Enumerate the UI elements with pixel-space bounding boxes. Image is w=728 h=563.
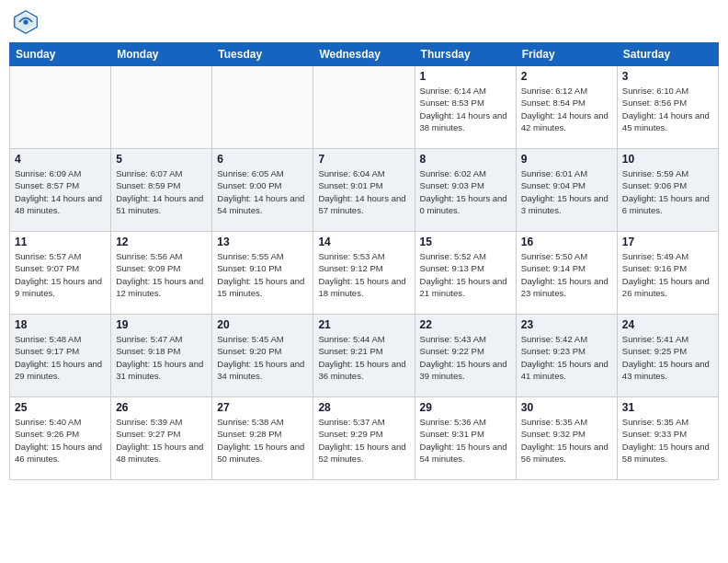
day-number: 22 [420, 318, 511, 331]
day-number: 4 [15, 153, 106, 166]
day-info: Sunrise: 5:39 AMSunset: 9:27 PMDaylight:… [116, 416, 207, 465]
calendar-day-cell: 23Sunrise: 5:42 AMSunset: 9:23 PMDayligh… [516, 315, 617, 397]
calendar-day-cell: 4Sunrise: 6:09 AMSunset: 8:57 PMDaylight… [10, 149, 111, 232]
day-info: Sunrise: 5:44 AMSunset: 9:21 PMDaylight:… [318, 333, 409, 382]
calendar-day-cell: 21Sunrise: 5:44 AMSunset: 9:21 PMDayligh… [313, 315, 415, 397]
day-number: 19 [116, 318, 207, 331]
page-header [9, 9, 719, 35]
calendar-day-cell: 7Sunrise: 6:04 AMSunset: 9:01 PMDaylight… [313, 149, 415, 232]
calendar-day-cell: 12Sunrise: 5:56 AMSunset: 9:09 PMDayligh… [111, 232, 212, 315]
calendar-week-row: 25Sunrise: 5:40 AMSunset: 9:26 PMDayligh… [10, 397, 719, 480]
calendar-header-row: SundayMondayTuesdayWednesdayThursdayFrid… [10, 43, 719, 66]
calendar-day-cell: 1Sunrise: 6:14 AMSunset: 8:53 PMDaylight… [415, 66, 516, 149]
day-info: Sunrise: 6:07 AMSunset: 8:59 PMDaylight:… [116, 167, 207, 216]
day-info: Sunrise: 5:41 AMSunset: 9:25 PMDaylight:… [622, 333, 713, 382]
calendar-day-cell: 8Sunrise: 6:02 AMSunset: 9:03 PMDaylight… [415, 149, 516, 232]
day-number: 10 [622, 153, 713, 166]
day-of-week-header: Saturday [617, 43, 718, 66]
day-of-week-header: Monday [111, 43, 212, 66]
calendar-day-cell [111, 66, 212, 149]
day-info: Sunrise: 5:47 AMSunset: 9:18 PMDaylight:… [116, 333, 207, 382]
calendar-table: SundayMondayTuesdayWednesdayThursdayFrid… [9, 42, 719, 480]
day-number: 2 [521, 70, 612, 83]
day-info: Sunrise: 5:43 AMSunset: 9:22 PMDaylight:… [420, 333, 511, 382]
day-number: 15 [420, 236, 511, 248]
calendar-day-cell: 28Sunrise: 5:37 AMSunset: 9:29 PMDayligh… [313, 397, 415, 480]
day-number: 20 [217, 318, 308, 331]
calendar-week-row: 1Sunrise: 6:14 AMSunset: 8:53 PMDaylight… [10, 66, 719, 149]
day-of-week-header: Sunday [10, 43, 111, 66]
calendar-day-cell: 30Sunrise: 5:35 AMSunset: 9:32 PMDayligh… [516, 397, 617, 480]
calendar-day-cell: 19Sunrise: 5:47 AMSunset: 9:18 PMDayligh… [111, 315, 212, 397]
calendar-day-cell: 17Sunrise: 5:49 AMSunset: 9:16 PMDayligh… [617, 232, 718, 315]
calendar-day-cell: 9Sunrise: 6:01 AMSunset: 9:04 PMDaylight… [516, 149, 617, 232]
day-info: Sunrise: 5:45 AMSunset: 9:20 PMDaylight:… [217, 333, 308, 382]
day-number: 28 [318, 401, 409, 414]
calendar-day-cell: 25Sunrise: 5:40 AMSunset: 9:26 PMDayligh… [10, 397, 111, 480]
calendar-week-row: 18Sunrise: 5:48 AMSunset: 9:17 PMDayligh… [10, 315, 719, 397]
day-number: 17 [622, 236, 713, 248]
day-number: 8 [420, 153, 511, 166]
calendar-day-cell: 31Sunrise: 5:35 AMSunset: 9:33 PMDayligh… [617, 397, 718, 480]
day-info: Sunrise: 5:59 AMSunset: 9:06 PMDaylight:… [622, 167, 713, 216]
day-info: Sunrise: 6:04 AMSunset: 9:01 PMDaylight:… [318, 167, 409, 216]
calendar-day-cell: 11Sunrise: 5:57 AMSunset: 9:07 PMDayligh… [10, 232, 111, 315]
day-info: Sunrise: 5:37 AMSunset: 9:29 PMDaylight:… [318, 416, 409, 465]
day-info: Sunrise: 6:12 AMSunset: 8:54 PMDaylight:… [521, 85, 612, 133]
day-number: 12 [116, 236, 207, 248]
day-info: Sunrise: 6:09 AMSunset: 8:57 PMDaylight:… [15, 167, 106, 216]
svg-point-2 [23, 19, 28, 24]
day-number: 3 [622, 70, 713, 83]
day-number: 27 [217, 401, 308, 414]
day-info: Sunrise: 6:01 AMSunset: 9:04 PMDaylight:… [521, 167, 612, 216]
day-info: Sunrise: 5:40 AMSunset: 9:26 PMDaylight:… [15, 416, 106, 465]
calendar-day-cell: 16Sunrise: 5:50 AMSunset: 9:14 PMDayligh… [516, 232, 617, 315]
day-number: 9 [521, 153, 612, 166]
logo [13, 9, 42, 35]
day-number: 25 [15, 401, 106, 414]
calendar-day-cell: 29Sunrise: 5:36 AMSunset: 9:31 PMDayligh… [415, 397, 516, 480]
day-number: 5 [116, 153, 207, 166]
day-number: 21 [318, 318, 409, 331]
day-info: Sunrise: 5:35 AMSunset: 9:32 PMDaylight:… [521, 416, 612, 465]
day-info: Sunrise: 5:55 AMSunset: 9:10 PMDaylight:… [217, 250, 308, 299]
day-info: Sunrise: 5:56 AMSunset: 9:09 PMDaylight:… [116, 250, 207, 299]
day-of-week-header: Wednesday [313, 43, 415, 66]
day-info: Sunrise: 5:48 AMSunset: 9:17 PMDaylight:… [15, 333, 106, 382]
day-info: Sunrise: 5:57 AMSunset: 9:07 PMDaylight:… [15, 250, 106, 299]
day-info: Sunrise: 5:52 AMSunset: 9:13 PMDaylight:… [420, 250, 511, 299]
calendar-day-cell: 14Sunrise: 5:53 AMSunset: 9:12 PMDayligh… [313, 232, 415, 315]
day-number: 14 [318, 236, 409, 248]
day-number: 1 [420, 70, 511, 83]
calendar-day-cell [313, 66, 415, 149]
day-info: Sunrise: 5:38 AMSunset: 9:28 PMDaylight:… [217, 416, 308, 465]
day-info: Sunrise: 5:35 AMSunset: 9:33 PMDaylight:… [622, 416, 713, 465]
day-number: 26 [116, 401, 207, 414]
day-number: 18 [15, 318, 106, 331]
day-info: Sunrise: 6:02 AMSunset: 9:03 PMDaylight:… [420, 167, 511, 216]
day-info: Sunrise: 6:14 AMSunset: 8:53 PMDaylight:… [420, 85, 511, 133]
calendar-day-cell: 2Sunrise: 6:12 AMSunset: 8:54 PMDaylight… [516, 66, 617, 149]
day-info: Sunrise: 6:05 AMSunset: 9:00 PMDaylight:… [217, 167, 308, 216]
calendar-day-cell: 27Sunrise: 5:38 AMSunset: 9:28 PMDayligh… [212, 397, 313, 480]
calendar-day-cell: 15Sunrise: 5:52 AMSunset: 9:13 PMDayligh… [415, 232, 516, 315]
day-info: Sunrise: 5:53 AMSunset: 9:12 PMDaylight:… [318, 250, 409, 299]
day-number: 31 [622, 401, 713, 414]
day-number: 6 [217, 153, 308, 166]
day-number: 11 [15, 236, 106, 248]
day-of-week-header: Tuesday [212, 43, 313, 66]
day-info: Sunrise: 5:36 AMSunset: 9:31 PMDaylight:… [420, 416, 511, 465]
day-info: Sunrise: 5:42 AMSunset: 9:23 PMDaylight:… [521, 333, 612, 382]
calendar-day-cell: 10Sunrise: 5:59 AMSunset: 9:06 PMDayligh… [617, 149, 718, 232]
day-number: 7 [318, 153, 409, 166]
calendar-day-cell: 22Sunrise: 5:43 AMSunset: 9:22 PMDayligh… [415, 315, 516, 397]
calendar-day-cell: 26Sunrise: 5:39 AMSunset: 9:27 PMDayligh… [111, 397, 212, 480]
calendar-week-row: 4Sunrise: 6:09 AMSunset: 8:57 PMDaylight… [10, 149, 719, 232]
calendar-day-cell: 6Sunrise: 6:05 AMSunset: 9:00 PMDaylight… [212, 149, 313, 232]
calendar-day-cell: 5Sunrise: 6:07 AMSunset: 8:59 PMDaylight… [111, 149, 212, 232]
day-number: 30 [521, 401, 612, 414]
day-number: 29 [420, 401, 511, 414]
day-of-week-header: Friday [516, 43, 617, 66]
logo-icon [13, 9, 39, 35]
day-info: Sunrise: 5:49 AMSunset: 9:16 PMDaylight:… [622, 250, 713, 299]
